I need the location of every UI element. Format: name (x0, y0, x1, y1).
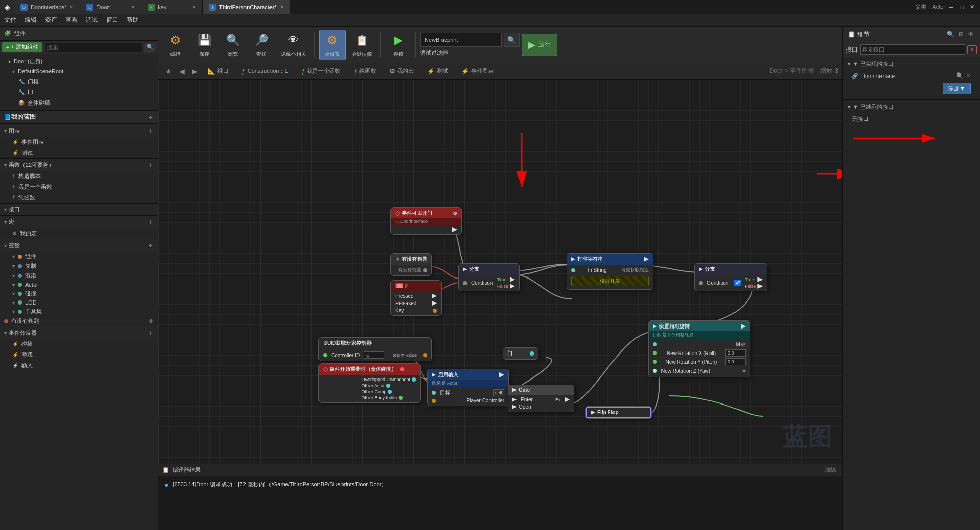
comp-door-obj[interactable]: 🔧 门 (0, 87, 158, 97)
add-component-button[interactable]: + + 添加组件 (2, 42, 42, 52)
forward-button-2[interactable]: ▶ (189, 66, 201, 77)
node-flipflop[interactable]: Flip Flop (585, 406, 652, 419)
var-toolkit[interactable]: ▾ 工具集 (0, 307, 158, 316)
blueprint-add-button[interactable]: + (148, 113, 154, 121)
var-collision[interactable]: ▾ 碰撞 (0, 289, 158, 298)
interface-search-input[interactable] (860, 44, 965, 55)
simulate-button[interactable]: ▶ 模拟 (385, 30, 411, 60)
node-gate[interactable]: Gate Enter Exit (508, 385, 574, 412)
interfaces-section-header[interactable]: ▾ 接口 (0, 204, 158, 215)
component-search-button[interactable]: 🔍 (144, 43, 156, 52)
tab-viewport[interactable]: 📐 视口 (202, 65, 235, 77)
node-event-door[interactable]: ⬡ 事件可以开门 ⚙ II. Doorinterface (390, 207, 462, 235)
set-rot-pitch-input[interactable] (725, 358, 746, 365)
debug-search-button[interactable]: 🔍 (504, 33, 520, 47)
set-rot-roll-input[interactable] (725, 349, 746, 357)
functions-section-header[interactable]: ▾ 函数（22可覆盖） + (0, 159, 158, 171)
func-construct[interactable]: ƒ 构造脚本 (0, 171, 158, 182)
dispatcher-game[interactable]: ⚡ 游戏 (0, 349, 158, 360)
inherited-section-title[interactable]: ▾ ▼ 已继承的接口 (848, 103, 975, 111)
interface-close-button[interactable]: ✕ (967, 45, 977, 54)
detail-grid-button[interactable]: ⊞ (958, 30, 965, 39)
macros-section-header[interactable]: ▾ 宏 + (0, 216, 158, 228)
debug-input[interactable] (420, 33, 502, 47)
tab-door[interactable]: D Door* ✕ (80, 0, 141, 14)
forward-button-1[interactable]: ◀ (176, 66, 188, 77)
comp-door-frame[interactable]: 🔧 门框 (0, 76, 158, 87)
clear-button[interactable]: 清除 (823, 466, 838, 474)
implemented-section-title[interactable]: ▾ ▼ 已实现的接口 (848, 60, 975, 68)
var-lod[interactable]: ▾ LOD (0, 298, 158, 307)
tab-doorinterface-close[interactable]: ✕ (69, 4, 74, 10)
node-overlap[interactable]: ⬡ 组件开始重叠时（盒体碰撞） Overlapped Component (318, 363, 421, 403)
close-button[interactable]: ✕ (968, 3, 976, 11)
node-print-string[interactable]: 打印字符串 In String 请先获取钥匙 仅限开发 (567, 253, 653, 290)
macros-add-button[interactable]: + (148, 218, 154, 226)
menu-asset[interactable]: 资产 (45, 16, 57, 24)
menu-help[interactable]: 帮助 (127, 16, 139, 24)
add-interface-button[interactable]: 添加▼ (943, 83, 971, 94)
tab-doorinterface[interactable]: D Doorinterface* ✕ (14, 0, 80, 14)
node-haskey[interactable]: ✦ 有没有钥匙 有没有钥匙 (390, 253, 432, 276)
blueprint-canvas[interactable]: ⬡ 事件可以开门 ⚙ II. Doorinterface (158, 80, 842, 464)
run-button[interactable]: ▶ 运行 (522, 34, 557, 56)
maximize-button[interactable]: □ (958, 3, 966, 11)
var-render[interactable]: ▾ 渲染 (0, 271, 158, 281)
tab-thirdperson-close[interactable]: ✕ (280, 4, 284, 10)
interface-delete-button[interactable]: ✕ (966, 72, 971, 79)
hide-button[interactable]: 👁 隐藏不相关 (277, 30, 310, 60)
tab-key[interactable]: k key ✕ (141, 0, 203, 14)
func-my-func[interactable]: ƒ 我是一个函数 (0, 182, 158, 192)
minimize-button[interactable]: ─ (947, 3, 955, 11)
variables-add-button[interactable]: + (148, 241, 154, 249)
detail-search-button[interactable]: 🔍 (946, 30, 955, 39)
tab-pure-func[interactable]: ƒ 纯函数 (348, 65, 382, 77)
interface-search-go-button[interactable]: 🔍 (956, 72, 963, 79)
variables-section-header[interactable]: ▾ 变量 + (0, 239, 158, 251)
branch2-checkbox-input[interactable] (734, 280, 741, 286)
compile-button[interactable]: ⚙ 编译 (162, 30, 189, 60)
node-event-door-settings[interactable]: ⚙ (453, 211, 457, 216)
node-get-controller[interactable]: ⊙UID获取玩家控制器 Controller ID Return Value (318, 337, 432, 361)
component-search-input[interactable] (44, 43, 142, 52)
node-set-rotation[interactable]: 设置相对旋转 目标是骨骼网格组件 目标 New Rotation X (Roll… (648, 320, 750, 377)
var-haskey-eye-icon[interactable]: 👁 (148, 318, 154, 324)
tab-thirdperson[interactable]: T ThirdPersonCharacter* ✕ (203, 0, 290, 14)
browse-button[interactable]: 🔍 浏览 (219, 30, 246, 60)
var-replicate[interactable]: ▾ 复制 (0, 261, 158, 271)
var-components[interactable]: ▾ 组件 (0, 251, 158, 261)
dispatcher-collision[interactable]: ⚡ 碰撞 (0, 339, 158, 349)
interface-doorinterface[interactable]: 🔗 Doorinterface 🔍 ✕ (848, 71, 975, 81)
node-apply-input[interactable]: 启用输入 目标是 Actor 目标 self (427, 369, 509, 406)
tab-test[interactable]: ⚡ 测试 (421, 65, 454, 77)
find-button[interactable]: 🔎 查找 (248, 30, 275, 60)
comp-box-collision[interactable]: 📦 盒体碰撞 (0, 97, 158, 108)
back-button[interactable]: ★ (162, 66, 175, 77)
var-haskey[interactable]: 有没有钥匙 👁 (0, 316, 158, 326)
save-button[interactable]: 💾 保存 (191, 30, 217, 60)
controller-id-input[interactable] (364, 351, 384, 359)
graph-test[interactable]: ⚡ 测试 (0, 147, 158, 158)
dispatcher-input[interactable]: ⚡ 输入 (0, 360, 158, 371)
menu-view[interactable]: 查看 (65, 16, 78, 24)
defaults-button[interactable]: 📋 类默认值 (348, 30, 376, 60)
node-key-f[interactable]: ⌨ F Pressed Released Key (390, 280, 442, 316)
menu-file[interactable]: 文件 (4, 16, 16, 24)
comp-door-self[interactable]: ▾ Door (自身) (0, 56, 158, 67)
tab-event-graph[interactable]: ⚡ 事件图表 (455, 65, 500, 77)
var-actor[interactable]: ▾ Actor (0, 281, 158, 289)
functions-add-button[interactable]: + (148, 161, 154, 169)
node-door-var[interactable]: 门 (503, 347, 538, 360)
event-dispatchers-header[interactable]: ▾ 事件分发器 + (0, 326, 158, 339)
comp-defaultsceneroot[interactable]: ▾ DefaultSceneRoot (0, 67, 158, 76)
tab-my-macro[interactable]: ⚙ 我的宏 (383, 65, 420, 77)
menu-debug[interactable]: 调试 (86, 16, 98, 24)
tab-my-func[interactable]: ƒ 我是一个函数 (296, 65, 347, 77)
graph-event[interactable]: ⚡ 事件图表 (0, 137, 158, 147)
menu-window[interactable]: 窗口 (106, 16, 118, 24)
graphs-add-button[interactable]: + (148, 127, 154, 135)
settings-button[interactable]: ⚙ 类设置 (319, 30, 346, 60)
menu-edit[interactable]: 编辑 (24, 16, 37, 24)
yaw-dropdown[interactable]: ▾ (742, 367, 746, 375)
detail-eye-button[interactable]: 👁 (967, 30, 975, 39)
